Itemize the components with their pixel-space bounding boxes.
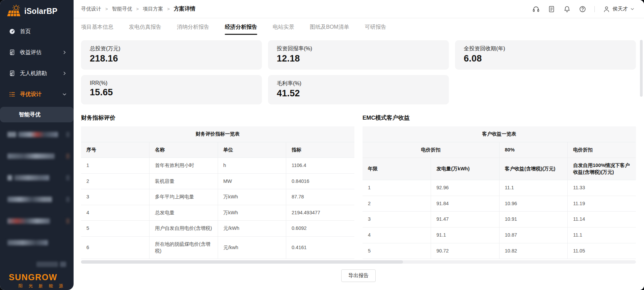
sidebar-item-revenue-assessment[interactable]: 收益评估 [0, 42, 74, 63]
cell: 元/kWh [218, 221, 286, 237]
dashboard-gauge-icon [9, 28, 16, 35]
breadcrumb: 寻优设计 > 智能寻优 > 项目方案 > 方案详情 [81, 5, 195, 13]
tab-generation-simulation-report[interactable]: 发电仿真报告 [129, 24, 161, 35]
kpi-card-total-investment: 总投资(万元) 218.16 [81, 40, 262, 70]
document-list-icon[interactable] [548, 5, 555, 13]
breadcrumb-separator: > [136, 6, 139, 11]
notification-bell-icon[interactable] [563, 5, 571, 13]
horizontal-scrollbar-thumb[interactable] [81, 260, 403, 264]
discount-label: 电价折扣 [363, 142, 499, 158]
kpi-value: 41.52 [277, 88, 440, 99]
ordered-list-icon [9, 91, 16, 98]
kpi-label: 毛利率(%) [277, 80, 440, 87]
sidebar-item-home[interactable]: 首页 [0, 21, 74, 42]
cell: 6 [81, 236, 150, 259]
column-header: 指标 [286, 142, 355, 158]
chevron-down-icon [630, 7, 635, 11]
cell: 91.84 [431, 196, 500, 212]
sungrow-wordmark: SUNGROW [9, 272, 68, 282]
cell: 10.87 [499, 227, 568, 243]
user-menu[interactable]: 侯天才 [603, 5, 635, 13]
tab-plant-photos[interactable]: 电站实景 [273, 24, 294, 35]
cell: 11.33 [568, 180, 636, 196]
tab-economic-analysis-report[interactable]: 经济分析报告 [225, 24, 257, 35]
table-row: 291.8410.9611.19 [363, 196, 636, 212]
tab-bar: 项目基本信息 发电仿真报告 消纳分析报告 经济分析报告 电站实景 图纸及BOM清… [74, 18, 644, 35]
breadcrumb-item[interactable]: 智能寻优 [112, 6, 132, 12]
emc-table: 客户收益一览表 电价折扣 80% 电价折扣 年限 发电量(万kWh) 客户收益(… [363, 126, 636, 259]
export-row: 导出报告 [81, 264, 636, 288]
redacted-project-item[interactable] [7, 218, 70, 224]
username: 侯天才 [613, 6, 628, 12]
kpi-card-gross-margin: 毛利率(%) 41.52 [268, 75, 449, 104]
redacted-project-item[interactable] [7, 153, 70, 160]
cell: 1 [363, 180, 431, 196]
cell: 2 [81, 173, 150, 189]
app-window: iSolarBP 首页 收益评估 无人机踏勘 [0, 0, 644, 290]
tab-drawings-bom[interactable]: 图纸及BOM清单 [310, 24, 349, 35]
sidebar-nav: 首页 收益评估 无人机踏勘 寻优设计 [0, 21, 74, 261]
redacted-project-item[interactable] [7, 131, 70, 138]
table-row: 192.9611.111.33 [363, 180, 636, 196]
tab-label: 发电仿真报告 [129, 24, 161, 30]
table-row: 590.7210.8211.05 [363, 243, 636, 259]
vertical-scrollbar[interactable] [640, 40, 643, 97]
sidebar-item-drone-survey[interactable]: 无人机踏勘 [0, 63, 74, 84]
kpi-grid: 总投资(万元) 218.16 投资回报率(%) 12.18 全投资回收期(年) … [81, 40, 636, 104]
horizontal-scrollbar[interactable] [81, 260, 636, 264]
kpi-card-payback-period: 全投资回收期(年) 6.08 [455, 40, 636, 70]
kpi-value: 15.65 [90, 87, 253, 98]
kpi-label: 总投资(万元) [90, 45, 253, 52]
tab-feasibility-report[interactable]: 可研报告 [365, 24, 386, 35]
kpi-label: 全投资回收期(年) [464, 45, 627, 52]
sidebar-item-optimization-design[interactable]: 寻优设计 [0, 84, 74, 105]
chevron-right-icon [62, 50, 67, 55]
cell: 5 [81, 221, 150, 237]
sidebar-subitem-smart-optimization[interactable]: 智能寻优 [0, 107, 74, 122]
tab-consumption-analysis-report[interactable]: 消纳分析报告 [177, 24, 209, 35]
cell: 90.72 [431, 243, 500, 259]
cell: 1106.4 [286, 158, 355, 174]
cell: 5 [363, 243, 431, 259]
report-content: 总投资(万元) 218.16 投资回报率(%) 12.18 全投资回收期(年) … [74, 35, 644, 290]
table-row: 1首年有效利用小时h1106.4 [81, 158, 354, 174]
breadcrumb-item[interactable]: 项目方案 [143, 6, 163, 12]
breadcrumb-item[interactable]: 寻优设计 [81, 6, 101, 12]
sidebar-item-label: 无人机踏勘 [20, 70, 58, 77]
column-header: 单位 [218, 142, 286, 158]
table-row: 5用户自发自用电价(含增税)元/kWh0.6092 [81, 221, 354, 237]
report-clock-icon [9, 70, 16, 77]
headset-support-icon[interactable] [532, 5, 540, 13]
tab-project-basic-info[interactable]: 项目基本信息 [81, 24, 113, 35]
financial-table-title: 财务评价指标一览表 [81, 126, 354, 142]
redacted-project-item[interactable] [7, 196, 70, 203]
cell: 3 [81, 189, 150, 205]
column-header: 发电量(万kWh) [431, 158, 500, 180]
cell: 11.05 [568, 243, 636, 259]
redacted-project-item[interactable] [7, 261, 70, 268]
export-report-button[interactable]: 导出报告 [341, 269, 376, 282]
redacted-project-item[interactable] [7, 174, 70, 181]
redacted-project-item[interactable] [7, 239, 70, 246]
table-row: 6所在地的脱硫煤电价(含增税)元/kwh0.4161 [81, 236, 354, 259]
cell: 1 [81, 158, 150, 174]
cell: 10.82 [499, 243, 568, 259]
table-row: 391.4710.9111.14 [363, 212, 636, 227]
financial-section: 财务指标评价 财务评价指标一览表 序号 名称 单位 指标 [81, 114, 354, 259]
topbar-divider [594, 6, 595, 12]
table-row: 3多年平均上网电量万kWh87.78 [81, 189, 354, 205]
emc-section: EMC模式客户收益 客户收益一览表 电价折扣 80% 电价折扣 年限 发电 [363, 114, 636, 259]
cell: 11.1 [568, 227, 636, 243]
cell: 87.78 [286, 189, 355, 205]
help-question-icon[interactable] [579, 5, 586, 13]
financial-table: 财务评价指标一览表 序号 名称 单位 指标 1首年有效利用小时h1106.4 [81, 126, 354, 259]
tab-label: 可研报告 [365, 24, 386, 30]
sungrow-logo: SUNGROW 阳 光 新 能 源 [0, 271, 74, 290]
user-avatar-icon [603, 5, 610, 13]
sidebar-item-label: 首页 [20, 28, 67, 35]
cell: 首年有效利用小时 [150, 158, 218, 174]
cell: 92.96 [431, 180, 500, 196]
tab-label: 经济分析报告 [225, 24, 257, 30]
cell: 10.91 [499, 212, 568, 227]
cell: 总发电量 [150, 205, 218, 221]
